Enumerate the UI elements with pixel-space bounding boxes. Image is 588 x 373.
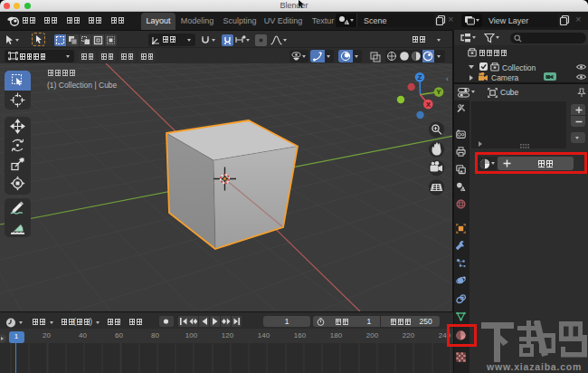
svg-text:Y: Y: [436, 88, 441, 96]
svg-text:Z: Z: [418, 73, 422, 81]
svg-text:X: X: [426, 100, 432, 109]
